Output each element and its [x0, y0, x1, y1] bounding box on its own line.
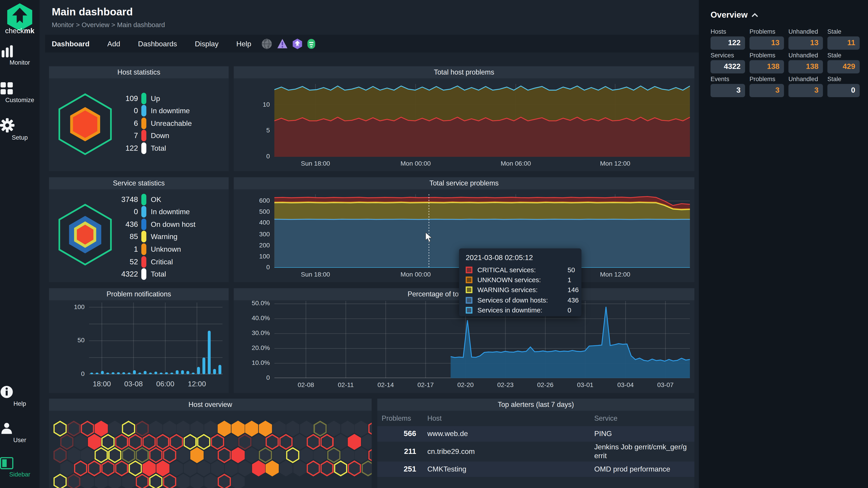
host-hexagon[interactable] — [245, 447, 258, 463]
host-hexagon[interactable] — [190, 474, 204, 488]
host-hexagon[interactable] — [88, 460, 101, 477]
host-hexagon[interactable] — [286, 421, 300, 437]
host-hexagon[interactable] — [163, 421, 176, 437]
legend-row[interactable]: 0In downtime — [109, 105, 190, 117]
host-hexagon[interactable] — [129, 460, 142, 477]
host-hexagon[interactable] — [129, 434, 142, 450]
host-hexagon[interactable] — [245, 421, 258, 437]
legend-row[interactable]: 436On down host — [109, 218, 195, 230]
menu-help[interactable]: Help — [237, 39, 251, 48]
host-hexagon[interactable] — [115, 434, 128, 450]
host-hexagon[interactable] — [224, 460, 238, 477]
host-hexagon[interactable] — [135, 421, 149, 437]
host-hexagon[interactable] — [163, 474, 176, 488]
host-hexagon[interactable] — [122, 447, 135, 463]
overview-stat-box[interactable]: 4322 — [710, 60, 745, 73]
host-hexagon[interactable] — [143, 460, 156, 477]
host-hexagon[interactable] — [197, 460, 211, 477]
host-hexagon[interactable] — [286, 447, 300, 463]
host-hexagon[interactable] — [231, 447, 245, 463]
overview-stat-box[interactable]: 11 — [827, 36, 860, 50]
host-hexagon[interactable] — [94, 421, 108, 437]
host-hexagon[interactable] — [101, 434, 115, 450]
host-hexagon[interactable] — [334, 434, 347, 450]
table-row[interactable]: 251CMKTestingOMD prod performance — [377, 462, 694, 477]
host-hexagon[interactable] — [149, 421, 162, 437]
host-hexagon[interactable] — [156, 434, 169, 450]
host-hexagon[interactable] — [94, 474, 108, 488]
host-hexagon[interactable] — [334, 460, 347, 477]
host-hexagon[interactable] — [122, 474, 135, 488]
sidebar-item-user[interactable]: User — [0, 422, 39, 443]
host-hexagon[interactable] — [259, 447, 272, 463]
host-hexagon[interactable] — [184, 460, 197, 477]
host-hexagon[interactable] — [354, 447, 368, 463]
overview-stat-box[interactable]: 138 — [749, 60, 784, 73]
host-hexagon[interactable] — [252, 460, 265, 477]
host-hexagon[interactable] — [67, 474, 81, 488]
sidebar-item-customize[interactable]: Customize — [0, 82, 39, 103]
host-hexagon[interactable] — [197, 434, 211, 450]
host-hexagon[interactable] — [149, 447, 162, 463]
host-hexagon[interactable] — [368, 421, 372, 437]
host-hexagon[interactable] — [259, 421, 272, 437]
host-hexagon[interactable] — [238, 434, 252, 450]
host-hexagon[interactable] — [67, 447, 81, 463]
host-hexagon[interactable] — [170, 460, 183, 477]
host-hexagon[interactable] — [362, 434, 372, 450]
warning-icon[interactable] — [277, 39, 287, 48]
host-hexagon[interactable] — [184, 434, 197, 450]
host-hexagon[interactable] — [170, 434, 183, 450]
host-hexagon[interactable] — [108, 474, 122, 488]
table-row[interactable]: 566www.web.dePING — [377, 426, 694, 442]
sidebar-item-monitor[interactable]: Monitor — [0, 45, 39, 66]
host-hexagon[interactable] — [53, 421, 67, 437]
sidebar-item-setup[interactable]: Setup — [0, 118, 39, 141]
host-hexagon[interactable] — [204, 447, 217, 463]
host-hexagon[interactable] — [307, 460, 320, 477]
host-hexagon[interactable] — [135, 474, 149, 488]
sidebar-item-sidebar-toggle[interactable]: Sidebar — [0, 457, 39, 477]
menu-dashboard[interactable]: Dashboard — [52, 39, 90, 48]
host-hexagon[interactable] — [211, 460, 224, 477]
host-hexagon[interactable] — [341, 421, 354, 437]
host-hexagon[interactable] — [81, 421, 94, 437]
host-hexagon[interactable] — [60, 434, 74, 450]
host-hexagon[interactable] — [300, 421, 313, 437]
host-hexagon[interactable] — [74, 460, 87, 477]
host-hexagon[interactable] — [327, 421, 340, 437]
host-hexagon[interactable] — [74, 434, 87, 450]
overview-stat-box[interactable]: 3 — [749, 84, 784, 97]
host-hexagon[interactable] — [177, 474, 190, 488]
overview-stat-box[interactable]: 429 — [827, 60, 860, 73]
legend-row[interactable]: 85Warning — [109, 231, 178, 243]
table-row[interactable]: 211cn.tribe29.comJenkins Job gerrit/cmk_… — [377, 442, 694, 462]
host-hexagon[interactable] — [368, 447, 372, 463]
host-hexagon[interactable] — [218, 421, 231, 437]
legend-row[interactable]: 3748OK — [109, 193, 161, 205]
overview-stat-box[interactable]: 13 — [749, 36, 784, 50]
host-hexagon[interactable] — [204, 421, 217, 437]
column-header-host[interactable]: Host — [427, 415, 441, 422]
host-hexagon[interactable] — [279, 434, 292, 450]
host-hexagon[interactable] — [354, 421, 368, 437]
host-hexagon[interactable] — [115, 460, 128, 477]
host-hexagon[interactable] — [238, 460, 252, 477]
host-hexagon[interactable] — [348, 434, 361, 450]
host-hexagon[interactable] — [327, 447, 340, 463]
host-hexagon[interactable] — [81, 447, 94, 463]
host-hexagon[interactable] — [307, 434, 320, 450]
host-hexagon[interactable] — [211, 434, 224, 450]
host-hexagon[interactable] — [177, 447, 190, 463]
legend-row[interactable]: 52Critical — [109, 256, 173, 268]
overview-stat-box[interactable]: 122 — [710, 36, 745, 50]
host-hexagon[interactable] — [67, 421, 81, 437]
legend-row[interactable]: 109Up — [109, 92, 160, 104]
host-hexagon[interactable] — [156, 460, 169, 477]
host-problems-chart[interactable] — [274, 84, 690, 157]
menu-display[interactable]: Display — [195, 39, 219, 48]
host-hexagon[interactable] — [88, 434, 101, 450]
host-hexagon[interactable] — [218, 474, 231, 488]
host-hexagon[interactable] — [313, 447, 327, 463]
host-hexagon[interactable] — [190, 447, 204, 463]
